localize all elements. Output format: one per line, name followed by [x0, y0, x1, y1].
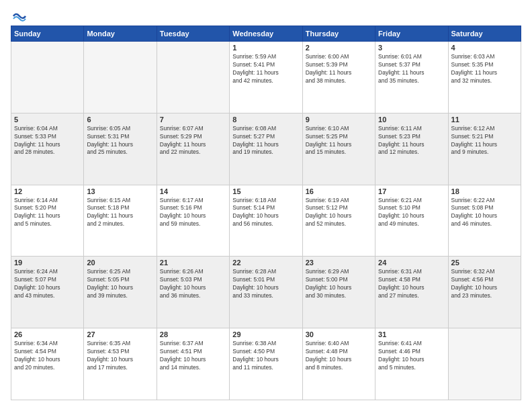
day-number: 27 — [87, 330, 153, 338]
day-number: 21 — [160, 259, 226, 267]
day-info: Sunrise: 6:01 AM Sunset: 5:37 PM Dayligh… — [378, 53, 445, 85]
calendar-cell: 22Sunrise: 6:28 AM Sunset: 5:01 PM Dayli… — [230, 257, 302, 328]
day-number: 26 — [14, 330, 81, 338]
day-number: 7 — [160, 116, 226, 124]
day-info: Sunrise: 6:10 AM Sunset: 5:25 PM Dayligh… — [306, 125, 372, 157]
day-info: Sunrise: 6:19 AM Sunset: 5:12 PM Dayligh… — [306, 197, 372, 229]
day-info: Sunrise: 6:26 AM Sunset: 5:03 PM Dayligh… — [160, 268, 226, 300]
day-info: Sunrise: 6:34 AM Sunset: 4:54 PM Dayligh… — [14, 340, 81, 372]
day-number: 24 — [378, 259, 445, 267]
calendar-cell — [11, 42, 84, 113]
calendar-cell: 18Sunrise: 6:22 AM Sunset: 5:08 PM Dayli… — [448, 185, 521, 257]
calendar-cell: 19Sunrise: 6:24 AM Sunset: 5:07 PM Dayli… — [11, 257, 84, 328]
day-info: Sunrise: 6:28 AM Sunset: 5:01 PM Dayligh… — [232, 268, 299, 300]
day-number: 2 — [306, 44, 372, 52]
calendar-table: SundayMondayTuesdayWednesdayThursdayFrid… — [11, 26, 521, 400]
day-number: 3 — [378, 44, 445, 52]
day-number: 31 — [378, 330, 445, 338]
day-info: Sunrise: 6:07 AM Sunset: 5:29 PM Dayligh… — [160, 125, 226, 157]
day-number: 23 — [306, 259, 372, 267]
calendar-cell: 26Sunrise: 6:34 AM Sunset: 4:54 PM Dayli… — [11, 328, 84, 400]
calendar-cell — [157, 42, 229, 113]
calendar-cell: 25Sunrise: 6:32 AM Sunset: 4:56 PM Dayli… — [448, 257, 521, 328]
day-info: Sunrise: 6:03 AM Sunset: 5:35 PM Dayligh… — [451, 53, 518, 85]
day-info: Sunrise: 6:38 AM Sunset: 4:50 PM Dayligh… — [232, 340, 299, 372]
weekday-header: Thursday — [302, 26, 375, 42]
calendar-cell: 27Sunrise: 6:35 AM Sunset: 4:53 PM Dayli… — [84, 328, 157, 400]
day-info: Sunrise: 6:24 AM Sunset: 5:07 PM Dayligh… — [14, 268, 81, 300]
day-number: 28 — [160, 330, 226, 338]
calendar-cell: 12Sunrise: 6:14 AM Sunset: 5:20 PM Dayli… — [11, 185, 84, 257]
day-number: 14 — [160, 187, 226, 195]
weekday-header: Wednesday — [230, 26, 302, 42]
day-info: Sunrise: 6:22 AM Sunset: 5:08 PM Dayligh… — [451, 197, 518, 229]
day-number: 18 — [451, 187, 518, 195]
day-number: 22 — [232, 259, 299, 267]
day-number: 11 — [451, 116, 518, 124]
calendar-cell — [448, 328, 521, 400]
calendar-cell: 21Sunrise: 6:26 AM Sunset: 5:03 PM Dayli… — [157, 257, 229, 328]
weekday-header: Monday — [84, 26, 157, 42]
calendar-header-row: SundayMondayTuesdayWednesdayThursdayFrid… — [11, 26, 521, 42]
day-info: Sunrise: 5:59 AM Sunset: 5:41 PM Dayligh… — [232, 53, 299, 85]
day-info: Sunrise: 6:29 AM Sunset: 5:00 PM Dayligh… — [306, 268, 372, 300]
calendar-cell: 10Sunrise: 6:11 AM Sunset: 5:23 PM Dayli… — [375, 113, 448, 185]
day-number: 9 — [306, 116, 372, 124]
calendar-cell: 15Sunrise: 6:18 AM Sunset: 5:14 PM Dayli… — [230, 185, 302, 257]
calendar-cell: 14Sunrise: 6:17 AM Sunset: 5:16 PM Dayli… — [157, 185, 229, 257]
day-number: 30 — [306, 330, 372, 338]
calendar-cell: 1Sunrise: 5:59 AM Sunset: 5:41 PM Daylig… — [230, 42, 302, 113]
calendar-cell: 5Sunrise: 6:04 AM Sunset: 5:33 PM Daylig… — [11, 113, 84, 185]
day-info: Sunrise: 6:25 AM Sunset: 5:05 PM Dayligh… — [87, 268, 153, 300]
calendar-cell: 9Sunrise: 6:10 AM Sunset: 5:25 PM Daylig… — [302, 113, 375, 185]
calendar-cell: 2Sunrise: 6:00 AM Sunset: 5:39 PM Daylig… — [302, 42, 375, 113]
day-number: 19 — [14, 259, 81, 267]
day-info: Sunrise: 6:12 AM Sunset: 5:21 PM Dayligh… — [451, 125, 518, 157]
calendar-cell: 7Sunrise: 6:07 AM Sunset: 5:29 PM Daylig… — [157, 113, 229, 185]
day-info: Sunrise: 6:00 AM Sunset: 5:39 PM Dayligh… — [306, 53, 372, 85]
day-info: Sunrise: 6:05 AM Sunset: 5:31 PM Dayligh… — [87, 125, 153, 157]
header — [11, 11, 521, 19]
weekday-header: Saturday — [448, 26, 521, 42]
day-number: 20 — [87, 259, 153, 267]
weekday-header: Friday — [375, 26, 448, 42]
day-info: Sunrise: 6:37 AM Sunset: 4:51 PM Dayligh… — [160, 340, 226, 372]
weekday-header: Sunday — [11, 26, 84, 42]
day-info: Sunrise: 6:35 AM Sunset: 4:53 PM Dayligh… — [87, 340, 153, 372]
day-number: 5 — [14, 116, 81, 124]
calendar-cell: 17Sunrise: 6:21 AM Sunset: 5:10 PM Dayli… — [375, 185, 448, 257]
day-info: Sunrise: 6:31 AM Sunset: 4:58 PM Dayligh… — [378, 268, 445, 300]
day-number: 10 — [378, 116, 445, 124]
calendar-week-row: 26Sunrise: 6:34 AM Sunset: 4:54 PM Dayli… — [11, 328, 521, 400]
day-number: 4 — [451, 44, 518, 52]
calendar-cell: 4Sunrise: 6:03 AM Sunset: 5:35 PM Daylig… — [448, 42, 521, 113]
day-info: Sunrise: 6:17 AM Sunset: 5:16 PM Dayligh… — [160, 197, 226, 229]
calendar-cell: 6Sunrise: 6:05 AM Sunset: 5:31 PM Daylig… — [84, 113, 157, 185]
page: SundayMondayTuesdayWednesdayThursdayFrid… — [0, 0, 532, 411]
calendar-cell: 20Sunrise: 6:25 AM Sunset: 5:05 PM Dayli… — [84, 257, 157, 328]
day-number: 15 — [232, 187, 299, 195]
calendar-cell: 28Sunrise: 6:37 AM Sunset: 4:51 PM Dayli… — [157, 328, 229, 400]
day-number: 1 — [232, 44, 299, 52]
day-info: Sunrise: 6:18 AM Sunset: 5:14 PM Dayligh… — [232, 197, 299, 229]
day-info: Sunrise: 6:40 AM Sunset: 4:48 PM Dayligh… — [306, 340, 372, 372]
calendar-cell — [84, 42, 157, 113]
calendar-cell: 23Sunrise: 6:29 AM Sunset: 5:00 PM Dayli… — [302, 257, 375, 328]
calendar-week-row: 19Sunrise: 6:24 AM Sunset: 5:07 PM Dayli… — [11, 257, 521, 328]
day-info: Sunrise: 6:14 AM Sunset: 5:20 PM Dayligh… — [14, 197, 81, 229]
calendar-cell: 31Sunrise: 6:41 AM Sunset: 4:46 PM Dayli… — [375, 328, 448, 400]
day-info: Sunrise: 6:21 AM Sunset: 5:10 PM Dayligh… — [378, 197, 445, 229]
calendar-cell: 30Sunrise: 6:40 AM Sunset: 4:48 PM Dayli… — [302, 328, 375, 400]
day-number: 12 — [14, 187, 81, 195]
day-number: 6 — [87, 116, 153, 124]
calendar-cell: 29Sunrise: 6:38 AM Sunset: 4:50 PM Dayli… — [230, 328, 302, 400]
day-info: Sunrise: 6:04 AM Sunset: 5:33 PM Dayligh… — [14, 125, 81, 157]
logo — [11, 11, 27, 19]
calendar-cell: 8Sunrise: 6:08 AM Sunset: 5:27 PM Daylig… — [230, 113, 302, 185]
calendar-cell: 24Sunrise: 6:31 AM Sunset: 4:58 PM Dayli… — [375, 257, 448, 328]
weekday-header: Tuesday — [157, 26, 229, 42]
day-number: 17 — [378, 187, 445, 195]
calendar-cell: 16Sunrise: 6:19 AM Sunset: 5:12 PM Dayli… — [302, 185, 375, 257]
day-info: Sunrise: 6:32 AM Sunset: 4:56 PM Dayligh… — [451, 268, 518, 300]
day-number: 16 — [306, 187, 372, 195]
